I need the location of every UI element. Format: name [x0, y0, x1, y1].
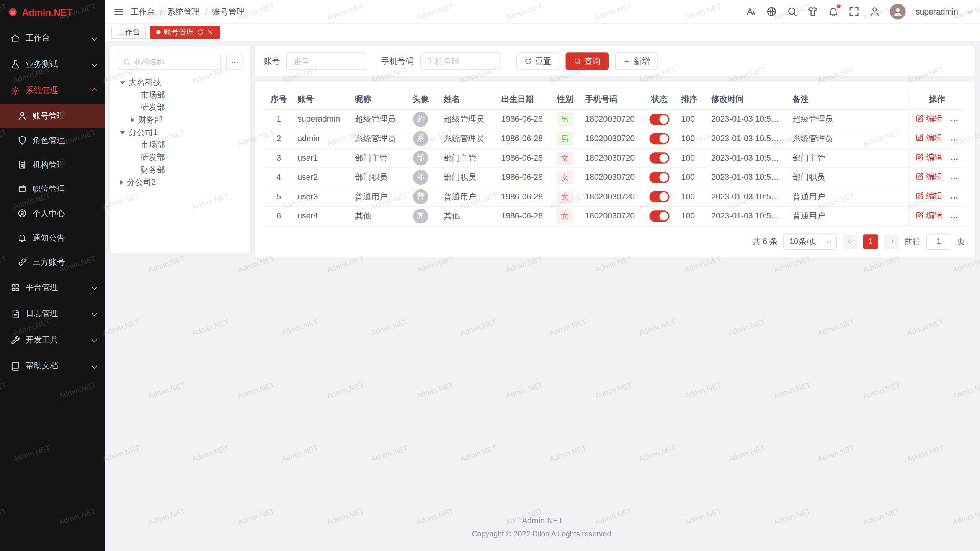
- cell-name: 部门主管: [439, 148, 496, 168]
- sidebar-item-platform-mgmt[interactable]: 平台管理: [0, 274, 105, 301]
- search-button[interactable]: 查询: [566, 52, 609, 70]
- sidebar-subitem-notice[interactable]: 通知公告: [0, 225, 105, 250]
- fullscreen-icon[interactable]: [849, 6, 859, 17]
- shield-icon: [18, 135, 27, 145]
- edit-button[interactable]: 编辑: [915, 113, 942, 124]
- cell-sort: 100: [676, 206, 706, 226]
- caret-expanded-icon[interactable]: [120, 131, 125, 134]
- breadcrumb-separator: /: [160, 7, 162, 16]
- tree-node[interactable]: 市场部: [118, 89, 243, 101]
- caret-expanded-icon[interactable]: [120, 81, 125, 84]
- user-icon: [18, 111, 27, 121]
- notification-bell[interactable]: [828, 6, 839, 17]
- font-size-icon[interactable]: [746, 6, 756, 17]
- sidebar-item-log-mgmt[interactable]: 日志管理: [0, 300, 105, 327]
- filter-bar: 账号 手机号码 重置 查询: [255, 46, 975, 76]
- breadcrumb-item[interactable]: 工作台: [131, 6, 155, 17]
- tree-node[interactable]: 研发部: [118, 151, 243, 164]
- breadcrumb-item[interactable]: 系统管理: [167, 6, 200, 17]
- tree-node[interactable]: 财务部: [118, 114, 243, 126]
- admin-app: Admin.NET 工作台 业务测试 系统管理 账号管理: [0, 0, 980, 551]
- page-size-select[interactable]: 10条/页: [783, 233, 837, 249]
- reset-button[interactable]: 重置: [516, 52, 560, 70]
- sidebar-item-system-mgmt[interactable]: 系统管理: [0, 77, 105, 104]
- sidebar-subitem-personal-center[interactable]: 个人中心: [0, 201, 105, 226]
- avatar: 部: [413, 170, 428, 184]
- tab-workbench[interactable]: 工作台: [111, 26, 146, 39]
- add-button[interactable]: 新增: [615, 52, 658, 70]
- row-more-button[interactable]: [950, 174, 959, 183]
- edit-button[interactable]: 编辑: [915, 132, 942, 143]
- search-icon[interactable]: [787, 6, 798, 17]
- prev-page-button[interactable]: [843, 234, 858, 249]
- cell-nickname: 部门主管: [350, 148, 402, 168]
- chevron-down-icon[interactable]: [967, 9, 972, 14]
- sidebar-subitem-org-mgmt[interactable]: 机构管理: [0, 152, 105, 177]
- close-icon[interactable]: [207, 29, 214, 36]
- theme-icon[interactable]: [807, 6, 818, 17]
- tree-node[interactable]: 研发部: [118, 101, 243, 114]
- status-toggle[interactable]: [649, 210, 669, 221]
- table-row: 2 admin 系统管理员 系 系统管理员 1986-06-28 男 18020…: [265, 129, 965, 148]
- account-input[interactable]: [286, 52, 366, 70]
- edit-button[interactable]: 编辑: [915, 210, 942, 221]
- caret-collapsed-icon[interactable]: [131, 117, 134, 122]
- ellipsis-icon: [230, 58, 238, 66]
- sidebar-subitem-account-mgmt[interactable]: 账号管理: [0, 104, 105, 128]
- tree-node-label: 研发部: [140, 102, 165, 113]
- row-more-button[interactable]: [950, 213, 959, 222]
- row-more-button[interactable]: [950, 194, 959, 202]
- tree-node[interactable]: 分公司1: [118, 126, 243, 139]
- status-toggle[interactable]: [649, 113, 669, 124]
- sidebar-subitem-post-mgmt[interactable]: 职位管理: [0, 177, 105, 201]
- tree-node[interactable]: 市场部: [118, 139, 243, 151]
- goto-page-input[interactable]: [926, 233, 951, 249]
- logo[interactable]: Admin.NET: [0, 0, 105, 24]
- status-toggle[interactable]: [649, 191, 669, 202]
- next-page-button[interactable]: [884, 234, 899, 249]
- row-more-button[interactable]: [950, 135, 959, 144]
- edit-button[interactable]: 编辑: [915, 171, 942, 182]
- tab-account-mgmt[interactable]: 账号管理: [150, 26, 220, 39]
- tree-node-label: 研发部: [140, 152, 165, 163]
- sidebar-item-workbench[interactable]: 工作台: [0, 25, 105, 51]
- badge-icon: [18, 184, 27, 194]
- col-avatar: 头像: [402, 90, 439, 109]
- sidebar-item-help-docs[interactable]: 帮助文档: [0, 353, 105, 379]
- tree-node[interactable]: 分公司2: [118, 176, 243, 189]
- tree-node[interactable]: 财务部: [118, 164, 243, 176]
- sidebar-subitem-third-account[interactable]: 三方账号: [0, 250, 105, 274]
- sidebar-item-dev-tools[interactable]: 开发工具: [0, 327, 105, 353]
- language-icon[interactable]: [766, 6, 777, 17]
- page-number-active[interactable]: 1: [863, 234, 878, 249]
- topbar-actions: superadmin: [746, 4, 971, 20]
- edit-button[interactable]: 编辑: [915, 152, 942, 163]
- col-birthday: 出生日期: [496, 90, 550, 109]
- sidebar-item-business-test[interactable]: 业务测试: [0, 51, 105, 78]
- avatar[interactable]: [890, 4, 906, 20]
- caret-collapsed-icon[interactable]: [120, 180, 123, 185]
- account-label: 账号: [264, 55, 280, 67]
- edit-button[interactable]: 编辑: [915, 191, 942, 202]
- row-more-button[interactable]: [950, 116, 959, 125]
- org-more-button[interactable]: [226, 54, 242, 70]
- row-more-button[interactable]: [950, 155, 959, 164]
- sidebar-subitem-role-mgmt[interactable]: 角色管理: [0, 128, 105, 153]
- menu-label: 日志管理: [26, 308, 87, 319]
- cell-nickname: 普通用户: [350, 187, 402, 206]
- cell-name: 超级管理员: [439, 109, 496, 129]
- status-toggle[interactable]: [649, 152, 669, 163]
- tree-node[interactable]: 大名科技: [118, 76, 243, 89]
- status-toggle[interactable]: [649, 171, 669, 183]
- chevron-right-icon: [889, 239, 893, 244]
- org-search-input[interactable]: [134, 57, 216, 66]
- gear-icon: [11, 86, 20, 95]
- username[interactable]: superadmin: [916, 7, 958, 16]
- profile-icon[interactable]: [869, 6, 880, 17]
- refresh-icon[interactable]: [197, 29, 204, 36]
- col-phone: 手机号码: [580, 90, 642, 109]
- menu-label: 帮助文档: [26, 360, 87, 372]
- status-toggle[interactable]: [649, 133, 669, 144]
- menu-toggle-icon[interactable]: [114, 7, 124, 16]
- phone-input[interactable]: [420, 52, 500, 70]
